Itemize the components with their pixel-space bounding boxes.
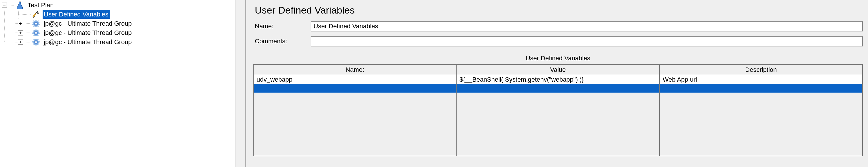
svg-point-10 [35,23,37,25]
tree-connector [4,10,32,19]
tree-connector [25,28,32,37]
form-row-comments: Comments: [253,36,863,47]
flask-icon [16,1,24,9]
tree-node-threadgroup-2[interactable]: jp@gc - Ultimate Thread Group [0,28,245,37]
svg-point-15 [35,32,37,34]
wrench-icon [32,10,40,19]
tree-panel: Test Plan User Defined Variables [0,0,246,167]
comments-label: Comments: [253,37,311,45]
col-name[interactable]: Name: [253,65,456,75]
table-heading: User Defined Variables [253,55,863,62]
tree-label-root: Test Plan [27,1,56,9]
tree-label-udv: User Defined Variables [42,10,110,19]
page-title: User Defined Variables [255,5,863,16]
cell-desc[interactable]: Web App url [659,75,863,84]
comments-input[interactable] [311,36,863,47]
table-row-selected-empty[interactable] [253,84,863,92]
table-header-row: Name: Value Description [253,65,863,75]
gear-icon [32,19,40,28]
cell-name[interactable]: udv_webapp [253,75,456,84]
cell-value[interactable]: ${__BeanShell( System.getenv("webapp") )… [456,75,659,84]
expand-icon[interactable] [18,30,23,35]
tree-label-tg3: jp@gc - Ultimate Thread Group [42,38,133,47]
name-label: Name: [253,23,311,30]
variables-table[interactable]: Name: Value Description udv_webapp ${__B… [253,64,863,156]
col-value[interactable]: Value [456,65,659,75]
tree-label-tg1: jp@gc - Ultimate Thread Group [42,19,133,28]
svg-point-20 [35,41,37,43]
svg-rect-1 [19,1,21,2]
tree-connector [4,19,18,28]
tree-connector [4,37,18,47]
tree-label-tg2: jp@gc - Ultimate Thread Group [42,29,133,37]
tree-scrollbar[interactable] [236,0,245,167]
svg-point-5 [38,11,39,13]
tree-connector [9,1,16,10]
tree-connector [25,37,32,47]
tree-connector [25,19,32,28]
table-empty-area[interactable] [253,92,863,156]
col-description[interactable]: Description [659,65,863,75]
tree-connector [4,28,18,37]
expand-icon[interactable] [18,21,23,26]
tree-node-threadgroup-1[interactable]: jp@gc - Ultimate Thread Group [0,19,245,28]
detail-panel: User Defined Variables Name: Comments: U… [246,0,868,167]
gear-icon [32,29,40,37]
table-row[interactable]: udv_webapp ${__BeanShell( System.getenv(… [253,75,863,84]
name-input[interactable] [311,21,863,31]
expand-icon[interactable] [18,39,23,45]
tree-node-udv[interactable]: User Defined Variables [0,10,245,19]
tree-node-threadgroup-3[interactable]: jp@gc - Ultimate Thread Group [0,37,245,47]
app-root: Test Plan User Defined Variables [0,0,868,167]
collapse-icon[interactable] [2,3,7,8]
gear-icon [32,38,40,47]
form-row-name: Name: [253,21,863,31]
tree-node-test-plan[interactable]: Test Plan [0,1,245,10]
